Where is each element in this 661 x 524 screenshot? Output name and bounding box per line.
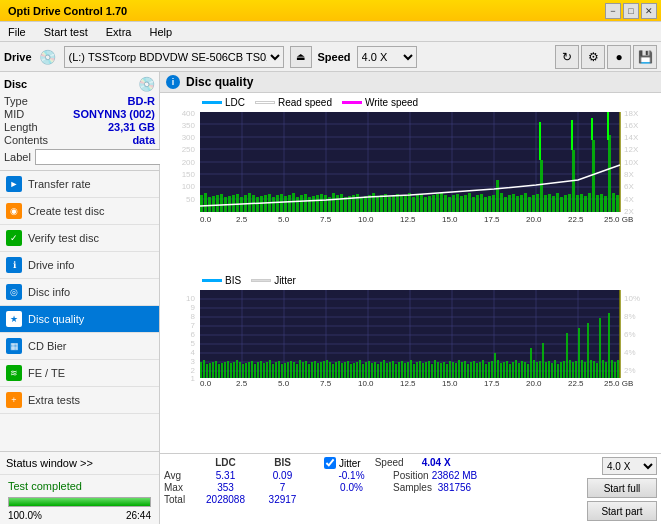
svg-rect-281 bbox=[440, 363, 442, 378]
svg-text:10%: 10% bbox=[624, 294, 640, 303]
svg-rect-50 bbox=[216, 195, 219, 212]
svg-rect-101 bbox=[420, 194, 423, 212]
svg-rect-337 bbox=[608, 313, 610, 378]
stats-header-row: LDC BIS Jitter Speed 4.04 X bbox=[164, 457, 583, 469]
speed-select[interactable]: 4.0 X bbox=[357, 46, 417, 68]
svg-text:15.0: 15.0 bbox=[442, 379, 458, 388]
stats-total-row: Total 2028088 32917 bbox=[164, 494, 583, 505]
svg-rect-220 bbox=[257, 362, 259, 378]
svg-rect-87 bbox=[364, 196, 367, 212]
svg-rect-223 bbox=[266, 362, 268, 378]
svg-rect-61 bbox=[260, 196, 263, 212]
drive-select[interactable]: (L:) TSSTcorp BDDVDW SE-506CB TS02 bbox=[64, 46, 284, 68]
svg-rect-340 bbox=[617, 360, 619, 378]
svg-rect-326 bbox=[575, 361, 577, 378]
start-full-button[interactable]: Start full bbox=[587, 478, 657, 498]
svg-rect-261 bbox=[380, 362, 382, 378]
maximize-button[interactable]: □ bbox=[623, 3, 639, 19]
disc-label-input[interactable] bbox=[35, 149, 164, 165]
menu-file[interactable]: File bbox=[4, 24, 30, 40]
status-window-button[interactable]: Status window >> bbox=[0, 452, 159, 475]
nav-item-extra-tests[interactable]: + Extra tests bbox=[0, 387, 159, 414]
svg-rect-285 bbox=[452, 362, 454, 378]
nav-item-fe-te[interactable]: ≋ FE / TE bbox=[0, 360, 159, 387]
svg-rect-251 bbox=[350, 364, 352, 378]
svg-rect-235 bbox=[302, 362, 304, 378]
refresh-button[interactable]: ↻ bbox=[555, 45, 579, 69]
svg-rect-227 bbox=[278, 361, 280, 378]
svg-rect-318 bbox=[551, 363, 553, 378]
svg-rect-215 bbox=[242, 364, 244, 378]
svg-rect-275 bbox=[422, 363, 424, 378]
svg-rect-64 bbox=[272, 197, 275, 212]
start-part-button[interactable]: Start part bbox=[587, 501, 657, 521]
nav-icon-fe-te: ≋ bbox=[6, 365, 22, 381]
stats-table: LDC BIS Jitter Speed 4.04 X Avg 5.31 0.0… bbox=[164, 457, 583, 506]
menu-extra[interactable]: Extra bbox=[102, 24, 136, 40]
burn-button[interactable]: ● bbox=[607, 45, 631, 69]
settings-button[interactable]: ⚙ bbox=[581, 45, 605, 69]
svg-text:22.5: 22.5 bbox=[568, 215, 584, 224]
jitter-checkbox[interactable] bbox=[324, 457, 336, 469]
nav-item-verify-test-disc[interactable]: ✓ Verify test disc bbox=[0, 225, 159, 252]
jitter-color bbox=[251, 279, 271, 282]
legend-bis-label: BIS bbox=[225, 275, 241, 286]
svg-rect-243 bbox=[326, 360, 328, 378]
avg-ldc: 5.31 bbox=[198, 470, 253, 481]
nav-label-transfer-rate: Transfer rate bbox=[28, 178, 91, 190]
avg-bis: 0.09 bbox=[255, 470, 310, 481]
svg-rect-221 bbox=[260, 361, 262, 378]
svg-rect-127 bbox=[524, 193, 527, 212]
svg-rect-258 bbox=[371, 363, 373, 378]
nav-icon-disc-info: ◎ bbox=[6, 284, 22, 300]
app-title: Opti Drive Control 1.70 bbox=[8, 5, 127, 17]
chart-header: i Disc quality bbox=[160, 72, 661, 93]
svg-rect-119 bbox=[492, 195, 495, 212]
svg-rect-68 bbox=[288, 195, 291, 212]
nav-icon-verify-test-disc: ✓ bbox=[6, 230, 22, 246]
svg-rect-58 bbox=[248, 193, 251, 212]
svg-rect-129 bbox=[532, 195, 535, 212]
svg-text:300: 300 bbox=[182, 133, 196, 142]
disc-section: Disc 💿 Type BD-R MID SONYNN3 (002) Lengt… bbox=[0, 72, 159, 171]
nav-item-drive-info[interactable]: ℹ Drive info bbox=[0, 252, 159, 279]
nav-icon-disc-quality: ★ bbox=[6, 311, 22, 327]
svg-rect-330 bbox=[587, 323, 589, 378]
stats-max-row: Max 353 7 0.0% Samples 381756 bbox=[164, 482, 583, 493]
legend-read: Read speed bbox=[255, 97, 332, 108]
svg-rect-338 bbox=[611, 360, 613, 378]
svg-text:8X: 8X bbox=[624, 170, 634, 179]
menu-start-test[interactable]: Start test bbox=[40, 24, 92, 40]
inline-speed-select[interactable]: 4.0 X bbox=[602, 457, 657, 475]
nav-item-create-test-disc[interactable]: ◉ Create test disc bbox=[0, 198, 159, 225]
svg-rect-282 bbox=[443, 362, 445, 378]
svg-rect-240 bbox=[317, 363, 319, 378]
nav-label-cd-bier: CD Bier bbox=[28, 340, 67, 352]
minimize-button[interactable]: − bbox=[605, 3, 621, 19]
disc-mid-label: MID bbox=[4, 108, 24, 120]
svg-rect-307 bbox=[518, 363, 520, 378]
nav-item-disc-quality[interactable]: ★ Disc quality bbox=[0, 306, 159, 333]
svg-rect-85 bbox=[356, 194, 359, 212]
menu-help[interactable]: Help bbox=[145, 24, 176, 40]
save-button[interactable]: 💾 bbox=[633, 45, 657, 69]
nav-item-transfer-rate[interactable]: ► Transfer rate bbox=[0, 171, 159, 198]
svg-rect-313 bbox=[536, 362, 538, 378]
speed-label: Speed bbox=[318, 51, 351, 63]
svg-text:20.0: 20.0 bbox=[526, 379, 542, 388]
disc-mid-row: MID SONYNN3 (002) bbox=[4, 108, 155, 120]
eject-button[interactable]: ⏏ bbox=[290, 46, 312, 68]
svg-rect-98 bbox=[408, 193, 411, 212]
svg-text:6X: 6X bbox=[624, 182, 634, 191]
svg-text:10: 10 bbox=[186, 294, 195, 303]
svg-rect-94 bbox=[392, 195, 395, 212]
svg-rect-332 bbox=[593, 361, 595, 378]
svg-rect-71 bbox=[300, 195, 303, 212]
svg-text:17.5: 17.5 bbox=[484, 379, 500, 388]
nav-item-disc-info[interactable]: ◎ Disc info bbox=[0, 279, 159, 306]
svg-rect-244 bbox=[329, 362, 331, 378]
max-jitter: 0.0% bbox=[324, 482, 379, 493]
disc-header: Disc 💿 bbox=[4, 76, 155, 92]
close-button[interactable]: ✕ bbox=[641, 3, 657, 19]
nav-item-cd-bier[interactable]: ▦ CD Bier bbox=[0, 333, 159, 360]
